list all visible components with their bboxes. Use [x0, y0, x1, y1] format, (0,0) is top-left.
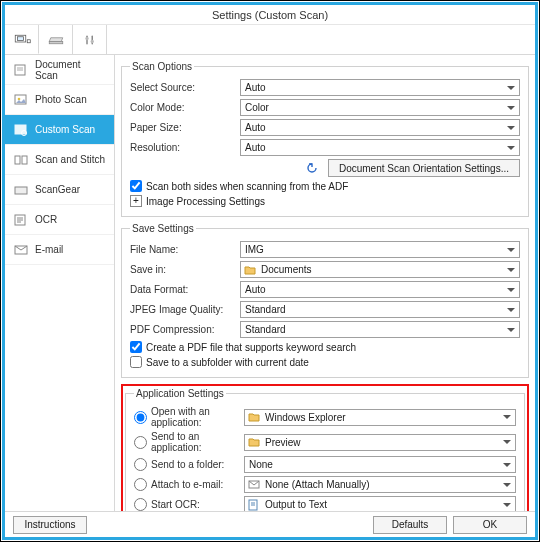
resolution-dropdown[interactable]: Auto	[240, 139, 520, 156]
ocr-icon	[13, 214, 29, 226]
start-ocr-radio[interactable]: Start OCR:	[134, 498, 240, 511]
chevron-down-icon	[507, 106, 515, 110]
attach-email-radio[interactable]: Attach to e-mail:	[134, 478, 240, 491]
svg-rect-3	[49, 41, 63, 43]
window-title: Settings (Custom Scan)	[5, 5, 535, 25]
mode-toolbar	[5, 25, 535, 55]
svg-rect-15	[15, 156, 20, 164]
save-subfolder-checkbox[interactable]: Save to a subfolder with current date	[130, 356, 520, 368]
photo-scan-icon	[13, 94, 29, 106]
pdf-compression-label: PDF Compression:	[130, 324, 236, 335]
app-settings-group: Application Settings Open with an applic…	[125, 388, 525, 511]
sidebar-item-ocr[interactable]: OCR	[5, 205, 114, 235]
preview-icon	[248, 436, 260, 448]
svg-rect-13	[15, 125, 26, 134]
save-settings-legend: Save Settings	[130, 223, 196, 234]
pdf-compression-dropdown[interactable]: Standard	[240, 321, 520, 338]
svg-rect-2	[27, 40, 30, 43]
file-name-field[interactable]: IMG	[240, 241, 520, 258]
send-app-dropdown[interactable]: Preview	[244, 434, 516, 451]
save-settings-group: Save Settings File Name:IMG Save in:Docu…	[121, 223, 529, 378]
open-with-radio[interactable]: Open with an application:	[134, 406, 240, 428]
svg-point-7	[90, 39, 93, 42]
sidebar-item-label: Custom Scan	[35, 124, 95, 135]
svg-rect-16	[22, 156, 27, 164]
scangear-icon	[13, 184, 29, 196]
attach-email-dropdown[interactable]: None (Attach Manually)	[244, 476, 516, 493]
jpeg-quality-dropdown[interactable]: Standard	[240, 301, 520, 318]
open-with-dropdown[interactable]: Windows Explorer	[244, 409, 516, 426]
explorer-icon	[248, 411, 260, 423]
select-source-label: Select Source:	[130, 82, 236, 93]
sidebar-item-label: Photo Scan	[35, 94, 87, 105]
scan-options-legend: Scan Options	[130, 61, 194, 72]
dialog-footer: Instructions Defaults OK	[5, 511, 535, 537]
mail-icon	[248, 479, 260, 491]
chevron-down-icon	[507, 288, 515, 292]
save-in-label: Save in:	[130, 264, 236, 275]
chevron-down-icon	[503, 503, 511, 507]
chevron-down-icon	[507, 328, 515, 332]
sidebar-item-label: OCR	[35, 214, 57, 225]
save-in-dropdown[interactable]: Documents	[240, 261, 520, 278]
main-panel: Scan Options Select Source:Auto Color Mo…	[115, 55, 535, 511]
chevron-down-icon	[507, 86, 515, 90]
ok-button[interactable]: OK	[453, 516, 527, 534]
svg-point-12	[18, 97, 21, 100]
defaults-button[interactable]: Defaults	[373, 516, 447, 534]
chevron-down-icon	[503, 463, 511, 467]
jpeg-quality-label: JPEG Image Quality:	[130, 304, 236, 315]
mode-general-settings[interactable]	[73, 25, 107, 54]
text-output-icon	[248, 499, 260, 511]
sidebar-item-custom-scan[interactable]: Custom Scan	[5, 115, 114, 145]
paper-size-label: Paper Size:	[130, 122, 236, 133]
chevron-down-icon	[507, 268, 515, 272]
app-settings-legend: Application Settings	[134, 388, 226, 399]
select-source-dropdown[interactable]: Auto	[240, 79, 520, 96]
start-ocr-dropdown[interactable]: Output to Text	[244, 496, 516, 511]
orientation-settings-button[interactable]: Document Scan Orientation Settings...	[328, 159, 520, 177]
sidebar-item-label: Document Scan	[35, 59, 106, 81]
svg-point-6	[85, 36, 88, 39]
sidebar-item-email[interactable]: E-mail	[5, 235, 114, 265]
folder-icon	[244, 264, 256, 276]
sidebar-item-scan-and-stitch[interactable]: Scan and Stitch	[5, 145, 114, 175]
sidebar-item-label: ScanGear	[35, 184, 80, 195]
scan-options-group: Scan Options Select Source:Auto Color Mo…	[121, 61, 529, 217]
send-folder-dropdown[interactable]: None	[244, 456, 516, 473]
file-name-label: File Name:	[130, 244, 236, 255]
refresh-icon[interactable]	[306, 162, 320, 174]
scan-both-sides-checkbox[interactable]: Scan both sides when scanning from the A…	[130, 180, 520, 192]
custom-scan-icon	[13, 124, 29, 136]
svg-rect-17	[15, 187, 27, 194]
sidebar-item-scangear[interactable]: ScanGear	[5, 175, 114, 205]
sidebar-item-label: Scan and Stitch	[35, 154, 105, 165]
resolution-label: Resolution:	[130, 142, 236, 153]
chevron-down-icon	[503, 440, 511, 444]
document-scan-icon	[13, 64, 29, 76]
scan-stitch-icon	[13, 154, 29, 166]
chevron-down-icon	[507, 308, 515, 312]
color-mode-dropdown[interactable]: Color	[240, 99, 520, 116]
mode-scan-from-computer[interactable]	[5, 25, 39, 54]
paper-size-dropdown[interactable]: Auto	[240, 119, 520, 136]
chevron-down-icon	[503, 415, 511, 419]
chevron-down-icon	[507, 126, 515, 130]
instructions-button[interactable]: Instructions	[13, 516, 87, 534]
sidebar-item-photo-scan[interactable]: Photo Scan	[5, 85, 114, 115]
chevron-down-icon	[507, 146, 515, 150]
image-processing-expand[interactable]: +Image Processing Settings	[130, 195, 520, 207]
app-settings-highlight: Application Settings Open with an applic…	[121, 384, 529, 511]
data-format-label: Data Format:	[130, 284, 236, 295]
sidebar: Document Scan Photo Scan Custom Scan Sca…	[5, 55, 115, 511]
mode-scan-from-panel[interactable]	[39, 25, 73, 54]
sidebar-item-document-scan[interactable]: Document Scan	[5, 55, 114, 85]
sidebar-item-label: E-mail	[35, 244, 63, 255]
color-mode-label: Color Mode:	[130, 102, 236, 113]
send-folder-radio[interactable]: Send to a folder:	[134, 458, 240, 471]
create-pdf-keyword-checkbox[interactable]: Create a PDF file that supports keyword …	[130, 341, 520, 353]
send-app-radio[interactable]: Send to an application:	[134, 431, 240, 453]
chevron-down-icon	[507, 248, 515, 252]
email-icon	[13, 244, 29, 256]
data-format-dropdown[interactable]: Auto	[240, 281, 520, 298]
